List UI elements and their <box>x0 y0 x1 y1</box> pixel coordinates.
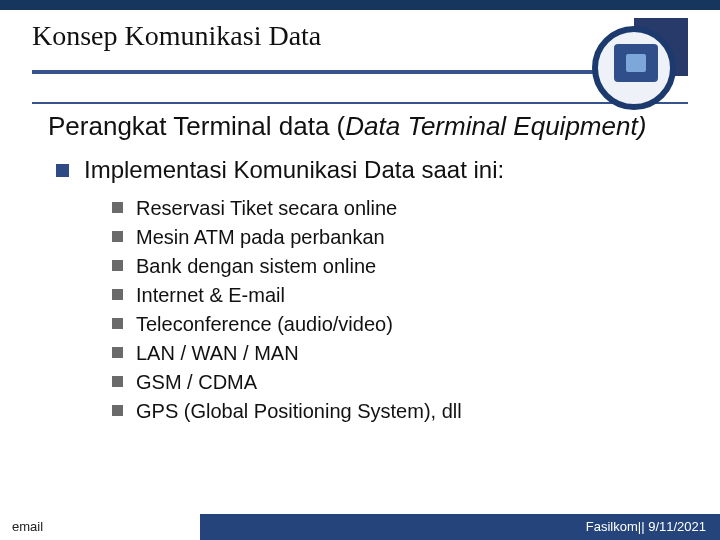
list-item-label: Teleconference (audio/video) <box>136 313 393 335</box>
list-item-label: Bank dengan sistem online <box>136 255 376 277</box>
list-item: Reservasi Tiket secara online <box>112 194 680 223</box>
section-text-italic: Data Terminal Equipment) <box>345 111 646 141</box>
list-item-label: GPS (Global Positioning System), dll <box>136 400 462 422</box>
list-item-label: LAN / WAN / MAN <box>136 342 299 364</box>
footer-left: email <box>0 514 200 540</box>
list-item: Bank dengan sistem online <box>112 252 680 281</box>
university-logo <box>592 18 688 114</box>
top-accent-bar <box>0 0 720 10</box>
list-item-label: Mesin ATM pada perbankan <box>136 226 385 248</box>
bullet-list-level1: Implementasi Komunikasi Data saat ini: R… <box>56 156 680 426</box>
slide-content: Perangkat Terminal data (Data Terminal E… <box>48 112 680 434</box>
slide: Konsep Komunikasi Data Perangkat Termina… <box>0 0 720 540</box>
slide-footer: email Fasilkom|| 9/11/2021 <box>0 514 720 540</box>
list-item-label: GSM / CDMA <box>136 371 257 393</box>
list-item: LAN / WAN / MAN <box>112 339 680 368</box>
list-item: Teleconference (audio/video) <box>112 310 680 339</box>
logo-center-icon <box>626 54 646 72</box>
section-text-plain: Perangkat Terminal data ( <box>48 111 345 141</box>
list-item-label: Implementasi Komunikasi Data saat ini: <box>84 156 504 183</box>
divider-thick <box>32 70 688 74</box>
divider-thin <box>32 102 688 104</box>
list-item: Implementasi Komunikasi Data saat ini: R… <box>56 156 680 426</box>
list-item-label: Internet & E-mail <box>136 284 285 306</box>
list-item: GSM / CDMA <box>112 368 680 397</box>
list-item-label: Reservasi Tiket secara online <box>136 197 397 219</box>
list-item: GPS (Global Positioning System), dll <box>112 397 680 426</box>
footer-right: Fasilkom|| 9/11/2021 <box>200 514 720 540</box>
section-heading: Perangkat Terminal data (Data Terminal E… <box>48 112 680 142</box>
list-item: Internet & E-mail <box>112 281 680 310</box>
list-item: Mesin ATM pada perbankan <box>112 223 680 252</box>
slide-header: Konsep Komunikasi Data <box>0 10 720 52</box>
bullet-list-level2: Reservasi Tiket secara online Mesin ATM … <box>112 194 680 426</box>
